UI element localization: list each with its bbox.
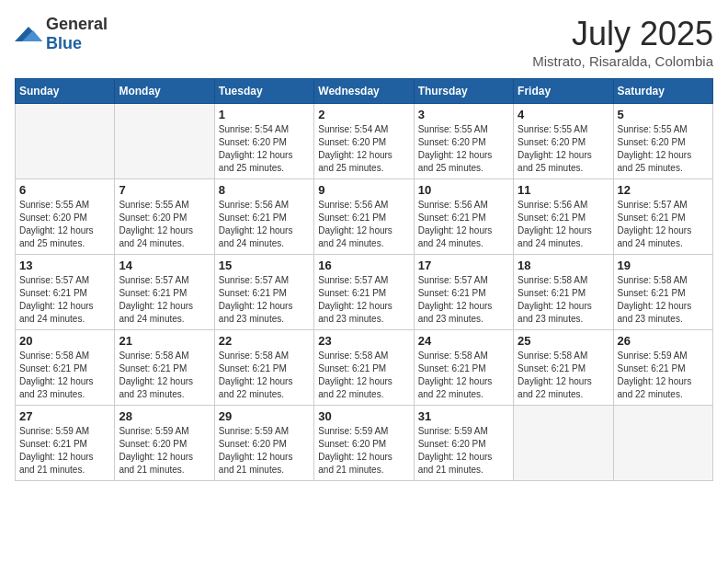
calendar-cell: 17Sunrise: 5:57 AMSunset: 6:21 PMDayligh… [414, 255, 513, 330]
day-info: Sunrise: 5:55 AMSunset: 6:20 PMDaylight:… [119, 199, 210, 250]
weekday-header: Friday [514, 79, 613, 104]
weekday-header: Saturday [613, 79, 712, 104]
day-number: 31 [418, 409, 509, 423]
day-number: 6 [19, 183, 110, 197]
day-number: 29 [219, 409, 310, 423]
calendar-cell [514, 406, 613, 481]
day-number: 30 [318, 409, 409, 423]
calendar-cell: 22Sunrise: 5:58 AMSunset: 6:21 PMDayligh… [214, 330, 313, 406]
calendar-cell: 8Sunrise: 5:56 AMSunset: 6:21 PMDaylight… [214, 179, 313, 255]
calendar-cell: 25Sunrise: 5:58 AMSunset: 6:21 PMDayligh… [514, 330, 613, 406]
day-number: 17 [418, 259, 509, 272]
day-info: Sunrise: 5:56 AMSunset: 6:21 PMDaylight:… [219, 199, 310, 250]
calendar-cell: 29Sunrise: 5:59 AMSunset: 6:20 PMDayligh… [214, 406, 313, 481]
day-number: 2 [318, 108, 409, 121]
day-info: Sunrise: 5:56 AMSunset: 6:21 PMDaylight:… [318, 199, 409, 250]
day-info: Sunrise: 5:58 AMSunset: 6:21 PMDaylight:… [219, 350, 310, 401]
day-number: 12 [618, 183, 709, 197]
day-info: Sunrise: 5:55 AMSunset: 6:20 PMDaylight:… [418, 123, 509, 175]
day-info: Sunrise: 5:58 AMSunset: 6:21 PMDaylight:… [418, 350, 509, 401]
day-number: 26 [618, 334, 709, 348]
calendar-cell [613, 406, 712, 481]
weekday-header-row: SundayMondayTuesdayWednesdayThursdayFrid… [16, 79, 713, 104]
day-number: 1 [219, 108, 310, 121]
day-info: Sunrise: 5:59 AMSunset: 6:20 PMDaylight:… [318, 425, 409, 477]
day-info: Sunrise: 5:57 AMSunset: 6:21 PMDaylight:… [219, 274, 310, 326]
calendar-cell: 18Sunrise: 5:58 AMSunset: 6:21 PMDayligh… [514, 255, 613, 330]
day-number: 7 [119, 183, 210, 197]
day-info: Sunrise: 5:55 AMSunset: 6:20 PMDaylight:… [618, 123, 709, 175]
calendar-cell: 28Sunrise: 5:59 AMSunset: 6:20 PMDayligh… [115, 406, 214, 481]
calendar-table: SundayMondayTuesdayWednesdayThursdayFrid… [15, 78, 713, 481]
weekday-header: Tuesday [214, 79, 313, 104]
day-number: 24 [418, 334, 509, 348]
weekday-header: Sunday [16, 79, 115, 104]
day-info: Sunrise: 5:59 AMSunset: 6:20 PMDaylight:… [119, 425, 210, 477]
calendar-cell: 9Sunrise: 5:56 AMSunset: 6:21 PMDaylight… [314, 179, 414, 255]
calendar-cell: 6Sunrise: 5:55 AMSunset: 6:20 PMDaylight… [16, 179, 115, 255]
page-header: General Blue July 2025 Mistrato, Risaral… [15, 15, 713, 69]
day-info: Sunrise: 5:58 AMSunset: 6:21 PMDaylight:… [119, 350, 210, 401]
location: Mistrato, Risaralda, Colombia [532, 53, 713, 69]
calendar-cell: 14Sunrise: 5:57 AMSunset: 6:21 PMDayligh… [115, 255, 214, 330]
day-number: 4 [518, 108, 609, 121]
day-info: Sunrise: 5:57 AMSunset: 6:21 PMDaylight:… [618, 199, 709, 250]
calendar-week-row: 1Sunrise: 5:54 AMSunset: 6:20 PMDaylight… [16, 104, 713, 179]
day-number: 22 [219, 334, 310, 348]
day-number: 27 [19, 409, 110, 423]
calendar-cell: 16Sunrise: 5:57 AMSunset: 6:21 PMDayligh… [314, 255, 414, 330]
day-info: Sunrise: 5:59 AMSunset: 6:21 PMDaylight:… [19, 425, 110, 477]
calendar-cell: 24Sunrise: 5:58 AMSunset: 6:21 PMDayligh… [414, 330, 513, 406]
day-number: 13 [19, 259, 110, 272]
calendar-cell: 20Sunrise: 5:58 AMSunset: 6:21 PMDayligh… [16, 330, 115, 406]
day-info: Sunrise: 5:59 AMSunset: 6:20 PMDaylight:… [219, 425, 310, 477]
calendar-cell: 21Sunrise: 5:58 AMSunset: 6:21 PMDayligh… [115, 330, 214, 406]
calendar-cell [115, 104, 214, 179]
title-block: July 2025 Mistrato, Risaralda, Colombia [532, 15, 713, 69]
day-info: Sunrise: 5:59 AMSunset: 6:20 PMDaylight:… [418, 425, 509, 477]
weekday-header: Thursday [414, 79, 513, 104]
day-number: 16 [318, 259, 409, 272]
day-info: Sunrise: 5:54 AMSunset: 6:20 PMDaylight:… [219, 123, 310, 175]
day-number: 8 [219, 183, 310, 197]
day-number: 10 [418, 183, 509, 197]
calendar-cell: 30Sunrise: 5:59 AMSunset: 6:20 PMDayligh… [314, 406, 414, 481]
day-number: 9 [318, 183, 409, 197]
weekday-header: Wednesday [314, 79, 414, 104]
calendar-cell: 11Sunrise: 5:56 AMSunset: 6:21 PMDayligh… [514, 179, 613, 255]
day-info: Sunrise: 5:58 AMSunset: 6:21 PMDaylight:… [618, 274, 709, 326]
weekday-header: Monday [115, 79, 214, 104]
calendar-week-row: 27Sunrise: 5:59 AMSunset: 6:21 PMDayligh… [16, 406, 713, 481]
calendar-week-row: 6Sunrise: 5:55 AMSunset: 6:20 PMDaylight… [16, 179, 713, 255]
day-number: 5 [618, 108, 709, 121]
day-number: 23 [318, 334, 409, 348]
calendar-cell: 26Sunrise: 5:59 AMSunset: 6:21 PMDayligh… [613, 330, 712, 406]
day-info: Sunrise: 5:55 AMSunset: 6:20 PMDaylight:… [518, 123, 609, 175]
day-number: 21 [119, 334, 210, 348]
calendar-cell: 4Sunrise: 5:55 AMSunset: 6:20 PMDaylight… [514, 104, 613, 179]
day-info: Sunrise: 5:58 AMSunset: 6:21 PMDaylight:… [518, 274, 609, 326]
day-number: 25 [518, 334, 609, 348]
calendar-cell: 12Sunrise: 5:57 AMSunset: 6:21 PMDayligh… [613, 179, 712, 255]
day-info: Sunrise: 5:57 AMSunset: 6:21 PMDaylight:… [418, 274, 509, 326]
day-info: Sunrise: 5:56 AMSunset: 6:21 PMDaylight:… [518, 199, 609, 250]
day-number: 3 [418, 108, 509, 121]
day-number: 11 [518, 183, 609, 197]
day-info: Sunrise: 5:59 AMSunset: 6:21 PMDaylight:… [618, 350, 709, 401]
calendar-cell: 23Sunrise: 5:58 AMSunset: 6:21 PMDayligh… [314, 330, 414, 406]
logo-blue: Blue [46, 34, 82, 52]
day-info: Sunrise: 5:57 AMSunset: 6:21 PMDaylight:… [19, 274, 110, 326]
calendar-cell: 27Sunrise: 5:59 AMSunset: 6:21 PMDayligh… [16, 406, 115, 481]
day-info: Sunrise: 5:54 AMSunset: 6:20 PMDaylight:… [318, 123, 409, 175]
calendar-cell: 3Sunrise: 5:55 AMSunset: 6:20 PMDaylight… [414, 104, 513, 179]
calendar-cell: 2Sunrise: 5:54 AMSunset: 6:20 PMDaylight… [314, 104, 414, 179]
calendar-cell: 15Sunrise: 5:57 AMSunset: 6:21 PMDayligh… [214, 255, 313, 330]
calendar-week-row: 13Sunrise: 5:57 AMSunset: 6:21 PMDayligh… [16, 255, 713, 330]
day-number: 20 [19, 334, 110, 348]
day-number: 14 [119, 259, 210, 272]
calendar-cell: 5Sunrise: 5:55 AMSunset: 6:20 PMDaylight… [613, 104, 712, 179]
calendar-cell: 10Sunrise: 5:56 AMSunset: 6:21 PMDayligh… [414, 179, 513, 255]
logo-icon [15, 23, 42, 45]
day-info: Sunrise: 5:56 AMSunset: 6:21 PMDaylight:… [418, 199, 509, 250]
day-info: Sunrise: 5:58 AMSunset: 6:21 PMDaylight:… [318, 350, 409, 401]
